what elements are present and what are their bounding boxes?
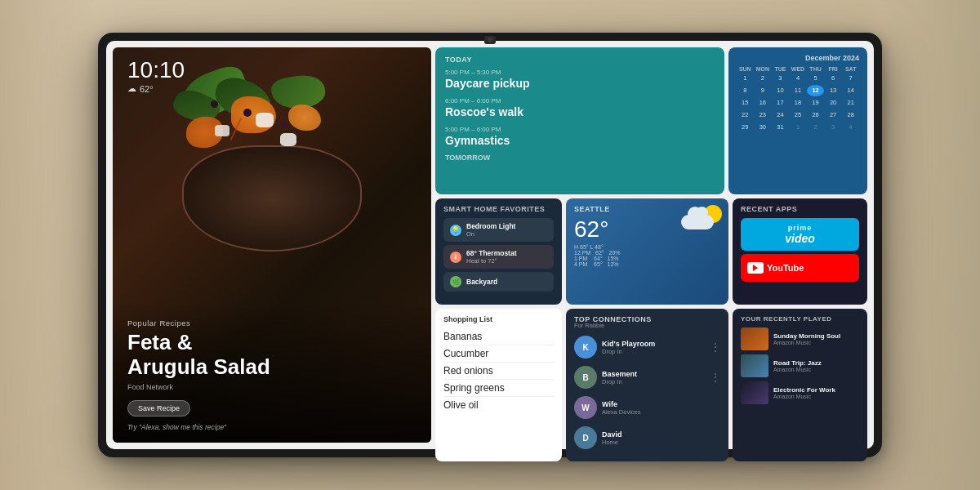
cal-header-wed: WED <box>790 66 807 72</box>
music-info-electronic: Electronic For Work Amazon Music <box>773 386 859 400</box>
shopping-item-bananas: Bananas <box>443 328 554 345</box>
weather-detail-2: 1 PM 64° 15% <box>574 256 720 261</box>
cal-day-3: 3 <box>772 73 789 84</box>
shopping-item-cucumber: Cucumber <box>443 345 554 363</box>
conn-status-kids: Drop In <box>602 348 706 355</box>
cal-day-17: 17 <box>772 97 789 109</box>
conn-status-basement: Drop In <box>602 378 706 385</box>
smart-home-item-backyard[interactable]: 🌿 Backyard <box>443 272 554 292</box>
orange-piece-3 <box>288 105 321 131</box>
cal-header-fri: FRI <box>825 66 842 72</box>
weather-detail-3: 4 PM 65° 12% <box>574 261 720 267</box>
conn-menu-kids[interactable]: ⋮ <box>710 341 720 353</box>
smart-home-item-thermo[interactable]: 🌡 68° Thermostat Heat to 72° <box>443 245 554 269</box>
conn-name-wife: Wife <box>602 400 720 408</box>
music-title-sunday: Sunday Morning Soul <box>773 332 859 341</box>
conn-avatar-basement: B <box>574 366 597 389</box>
cal-header-thu: THU <box>807 66 824 72</box>
shopping-item-red-onions: Red onions <box>443 363 554 380</box>
cal-day-21: 21 <box>842 97 859 109</box>
cal-day-next-4: 4 <box>842 122 859 133</box>
youtube-play-icon <box>747 262 764 274</box>
right-panel: Today 5:00 PM – 5:30 PM Daycare pickup 6… <box>431 47 867 443</box>
cal-day-7: 7 <box>842 73 859 84</box>
music-title-electronic: Electronic For Work <box>773 386 859 394</box>
smart-home-item-light[interactable]: 💡 Bedroom Light On <box>443 218 554 242</box>
cal-header-mon: MON <box>755 66 772 72</box>
cal-day-16: 16 <box>755 97 772 109</box>
shopping-item-olive-oil: Olive oil <box>443 397 554 413</box>
cal-day-12-today: 12 <box>807 85 824 96</box>
cal-header-tue: TUE <box>772 66 789 72</box>
cal-day-13: 13 <box>825 85 842 96</box>
cal-day-next-2: 2 <box>807 122 824 133</box>
connection-basement[interactable]: B Basement Drop In ⋮ <box>574 364 720 390</box>
conn-menu-basement[interactable]: ⋮ <box>710 372 720 383</box>
calendar-month: December 2024 <box>737 54 859 62</box>
cal-day-29: 29 <box>737 122 754 133</box>
today-section: Today 5:00 PM – 5:30 PM Daycare pickup 6… <box>435 47 724 194</box>
smart-home-light-info: Bedroom Light On <box>466 222 547 238</box>
cal-header-sun: SUN <box>737 66 754 72</box>
conn-name-kids: Kid's Playroom <box>602 340 706 348</box>
prime-video-app[interactable]: prime video <box>741 218 859 251</box>
music-thumb-roadtrip <box>741 354 768 377</box>
light-icon: 💡 <box>450 225 461 236</box>
cal-day-23: 23 <box>755 109 772 121</box>
recipe-category: Popular Recipes <box>127 318 416 327</box>
cal-day-30: 30 <box>755 122 772 133</box>
calendar-section: December 2024 SUN MON TUE WED THU FRI SA… <box>728 47 867 194</box>
cal-day-8: 8 <box>737 85 754 96</box>
connection-wife[interactable]: W Wife Alexa Devices <box>574 394 720 421</box>
cal-day-25: 25 <box>790 109 807 121</box>
youtube-app[interactable]: YouTube <box>741 254 859 282</box>
feta-2 <box>215 125 229 136</box>
left-panel: 10:10 ☁ 62° Popular Recipes Feta &Arugul… <box>113 47 431 443</box>
berry-3 <box>211 100 218 108</box>
music-title-roadtrip: Road Trip: Jazz <box>773 359 859 368</box>
conn-info-david: David Home <box>602 430 720 446</box>
top-connections-section: Top Connections For Rabble K Kid's Playr… <box>566 309 728 461</box>
shopping-item-spring-greens: Spring greens <box>443 380 554 397</box>
weather-display: ☁ 62° <box>127 83 185 94</box>
weather-detail-1: 12 PM 62° 20% <box>574 250 720 256</box>
recently-played-section: Your Recently Played Sunday Morning Soul… <box>733 309 867 461</box>
event-roscoe-time: 6:00 PM – 6:00 PM <box>445 97 715 105</box>
connection-kids-playroom[interactable]: K Kid's Playroom Drop In ⋮ <box>574 334 720 360</box>
cal-day-11: 11 <box>790 85 807 96</box>
cloud-body <box>681 215 714 229</box>
music-thumb-electronic <box>741 381 768 404</box>
weather-details: H 65° L 48° 12 PM 62° 20% 1 PM 64° 15% 4… <box>574 244 720 267</box>
event-gymnastics-time: 5:00 PM – 6:00 PM <box>445 126 715 133</box>
cal-day-26: 26 <box>807 109 824 121</box>
music-item-roadtrip[interactable]: Road Trip: Jazz Amazon Music <box>741 354 859 377</box>
event-gymnastics: 5:00 PM – 6:00 PM Gymnastics <box>445 126 715 148</box>
prime-label: prime <box>785 224 815 232</box>
cal-day-next-3: 3 <box>825 122 842 133</box>
conn-status-wife: Alexa Devices <box>602 408 720 416</box>
save-recipe-button[interactable]: Save Recipe <box>127 400 190 416</box>
recent-apps-label: Recent Apps <box>741 205 859 213</box>
temperature-label: 62° <box>140 84 154 94</box>
recipe-image: 10:10 ☁ 62° Popular Recipes Feta &Arugul… <box>113 47 431 443</box>
smart-home-section: Smart Home Favorites 💡 Bedroom Light On … <box>435 198 562 305</box>
wall-decor-left <box>0 0 98 490</box>
smart-home-thermo-status: Heat to 72° <box>466 257 547 265</box>
conn-info-kids: Kid's Playroom Drop In <box>602 340 706 355</box>
cal-day-5: 5 <box>807 73 824 84</box>
smart-home-thermo-name: 68° Thermostat <box>466 249 547 257</box>
smart-home-label: Smart Home Favorites <box>443 205 554 213</box>
smart-home-backyard-name: Backyard <box>466 278 547 286</box>
music-item-sunday[interactable]: Sunday Morning Soul Amazon Music <box>741 327 859 350</box>
today-label: Today <box>445 56 715 64</box>
smart-home-light-status: On <box>466 230 547 238</box>
smart-home-light-name: Bedroom Light <box>466 222 547 230</box>
music-item-electronic[interactable]: Electronic For Work Amazon Music <box>741 381 859 404</box>
thermostat-icon: 🌡 <box>450 252 461 263</box>
music-info-sunday: Sunday Morning Soul Amazon Music <box>773 332 859 346</box>
cal-day-6: 6 <box>825 73 842 84</box>
cal-day-28: 28 <box>842 109 859 121</box>
connection-david[interactable]: D David Home <box>574 425 720 451</box>
feta-3 <box>280 133 296 146</box>
conn-status-david: Home <box>602 439 720 446</box>
